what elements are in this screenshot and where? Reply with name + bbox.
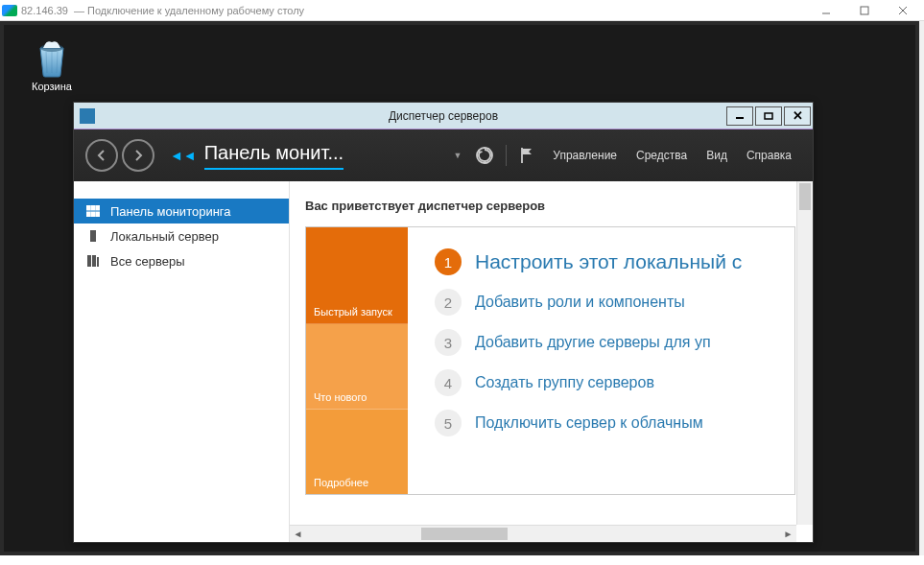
- svg-rect-19: [87, 255, 91, 267]
- menu-help[interactable]: Справка: [746, 149, 792, 162]
- vertical-scrollbar[interactable]: [796, 181, 813, 525]
- recycle-bin-icon[interactable]: Корзина: [23, 36, 81, 92]
- step-2[interactable]: 2 Добавить роли и компоненты: [435, 289, 794, 316]
- minimize-button[interactable]: [807, 1, 845, 20]
- step-4[interactable]: 4 Создать группу серверов: [435, 369, 794, 396]
- menu-view[interactable]: Вид: [706, 149, 727, 162]
- svg-rect-14: [96, 205, 100, 210]
- step-text: Добавить роли и компоненты: [475, 294, 685, 311]
- svg-rect-16: [91, 212, 95, 217]
- tile-whats-new[interactable]: Что нового: [306, 324, 408, 410]
- sidebar-item-local-server[interactable]: Локальный сервер: [74, 224, 289, 248]
- scroll-right-button[interactable]: ►: [780, 527, 796, 542]
- svg-rect-9: [765, 113, 772, 119]
- sidebar-item-all-servers[interactable]: Все серверы: [74, 248, 289, 273]
- welcome-heading: Вас приветствует диспетчер серверов: [303, 181, 795, 226]
- svg-rect-20: [92, 255, 96, 267]
- dropdown-caret-icon[interactable]: ▼: [453, 151, 462, 160]
- maximize-button[interactable]: [845, 1, 884, 20]
- server-manager-title: Диспетчер серверов: [74, 109, 813, 123]
- outer-scrollbar[interactable]: [919, 21, 924, 555]
- svg-rect-1: [861, 7, 868, 14]
- welcome-tile: Быстрый запуск Что нового Подробнее 1 На…: [305, 226, 795, 495]
- trash-icon: [32, 36, 72, 79]
- toolbar-separator: [506, 145, 507, 166]
- sidebar-item-label: Все серверы: [110, 254, 185, 269]
- rdp-ip: 82.146.39: [21, 5, 68, 16]
- step-text: Подключить сервер к облачным: [475, 414, 703, 432]
- breadcrumb-arrows-icon: ◄◄: [170, 148, 197, 163]
- breadcrumb-text[interactable]: Панель монит...: [204, 142, 344, 170]
- desktop-area[interactable]: Корзина Диспетчер серверов ✕: [4, 25, 915, 552]
- horizontal-scrollbar[interactable]: ◄ ►: [290, 525, 796, 542]
- step-3[interactable]: 3 Добавить другие серверы для уп: [435, 329, 794, 356]
- step-number: 2: [435, 289, 462, 316]
- server-icon: [85, 229, 101, 243]
- step-text: Настроить этот локальный с: [475, 250, 742, 273]
- recycle-bin-label: Корзина: [23, 81, 81, 92]
- sidebar: Панель мониторинга Локальный сервер Все …: [74, 181, 290, 542]
- server-manager-icon: [80, 108, 95, 124]
- menu-tools[interactable]: Средства: [636, 149, 687, 162]
- step-5[interactable]: 5 Подключить сервер к облачным: [435, 410, 794, 436]
- rdp-title: — Подключение к удаленному рабочему стол…: [74, 5, 304, 16]
- sm-maximize-button[interactable]: [755, 106, 782, 126]
- tile-quick-start[interactable]: Быстрый запуск: [306, 227, 408, 324]
- step-text: Добавить другие серверы для уп: [475, 334, 711, 351]
- svg-rect-18: [90, 230, 96, 242]
- remote-desktop: Корзина Диспетчер серверов ✕: [0, 21, 919, 555]
- close-button[interactable]: [884, 1, 922, 20]
- step-number: 5: [435, 410, 462, 436]
- rdp-icon: [2, 5, 17, 16]
- step-number: 1: [435, 248, 462, 275]
- dashboard-icon: [85, 204, 101, 218]
- sidebar-item-label: Локальный сервер: [110, 229, 219, 244]
- svg-rect-17: [96, 212, 100, 217]
- svg-rect-13: [91, 205, 95, 210]
- servers-icon: [85, 254, 101, 268]
- scrollbar-thumb[interactable]: [421, 528, 508, 540]
- sidebar-item-dashboard[interactable]: Панель мониторинга: [74, 199, 289, 224]
- server-manager-toolbar: ◄◄ Панель монит... ▼ Управление Средства…: [74, 129, 813, 181]
- step-1[interactable]: 1 Настроить этот локальный с: [435, 248, 794, 275]
- server-manager-body: Панель мониторинга Локальный сервер Все …: [74, 181, 813, 542]
- rdp-titlebar: 82.146.39 — Подключение к удаленному раб…: [0, 0, 924, 21]
- tile-learn-more[interactable]: Подробнее: [306, 410, 408, 494]
- flag-icon[interactable]: [518, 146, 535, 165]
- sm-close-button[interactable]: ✕: [784, 106, 811, 126]
- server-manager-titlebar[interactable]: Диспетчер серверов ✕: [74, 103, 813, 129]
- refresh-icon[interactable]: [475, 146, 494, 165]
- sm-minimize-button[interactable]: [726, 106, 753, 126]
- sidebar-item-label: Панель мониторинга: [110, 204, 231, 219]
- svg-rect-12: [86, 205, 90, 210]
- step-number: 4: [435, 369, 462, 396]
- svg-rect-21: [97, 257, 99, 267]
- scroll-left-button[interactable]: ◄: [290, 527, 306, 542]
- step-number: 3: [435, 329, 462, 356]
- nav-back-button[interactable]: [85, 139, 118, 172]
- menu-manage[interactable]: Управление: [553, 149, 617, 162]
- server-manager-window: Диспетчер серверов ✕ ◄◄ Панель монит...: [73, 102, 814, 543]
- step-text: Создать группу серверов: [475, 374, 654, 391]
- steps-list: 1 Настроить этот локальный с 2 Добавить …: [408, 227, 794, 494]
- main-panel: ◄ ► Вас приветствует диспетчер серверов …: [290, 181, 813, 542]
- svg-rect-15: [86, 212, 90, 217]
- nav-forward-button[interactable]: [122, 139, 154, 172]
